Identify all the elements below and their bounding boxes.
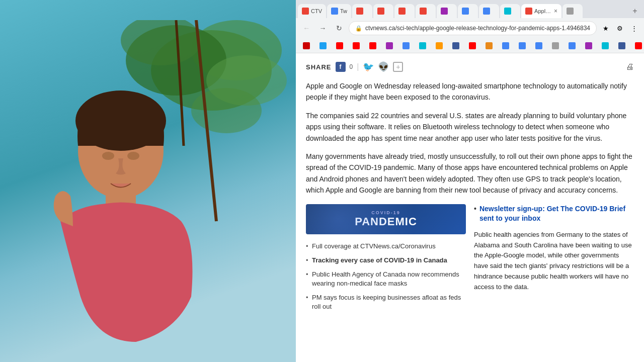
facebook-count: 0 — [350, 63, 353, 70]
tab-favicon-extra — [567, 8, 574, 15]
bookmark-8[interactable] — [416, 41, 431, 50]
bookmark-12[interactable] — [482, 41, 497, 50]
lock-icon: 🔒 — [355, 25, 362, 32]
bookmark-10[interactable] — [449, 41, 464, 50]
address-bar-url: ctvnews.ca/sci-tech/apple-google-release… — [365, 25, 590, 32]
bookmark-favicon-11 — [469, 42, 476, 49]
tab-label-active: Apple, Google re... — [534, 8, 552, 14]
bookmark-favicon-8 — [419, 42, 426, 49]
toolbar-icons: ★ ⚙ ⋮ — [600, 22, 640, 34]
bookmark-1[interactable] — [300, 41, 314, 50]
tab-favicon-5 — [398, 8, 406, 15]
pandemic-headline: PANDEMIC — [355, 215, 417, 228]
tab-label-2: Tw — [340, 8, 347, 14]
svg-point-8 — [102, 152, 114, 160]
covid-link-3[interactable]: Public Health Agency of Canada now recom… — [306, 267, 466, 291]
browser-tab-9[interactable] — [479, 4, 499, 18]
browser-tabs-bar: CTV Tw — [296, 0, 644, 18]
share-reddit-button[interactable]: 👽 — [378, 61, 389, 72]
bookmark-16[interactable] — [549, 41, 564, 50]
tab-favicon-9 — [483, 8, 490, 15]
share-twitter-button[interactable]: 🐦 — [363, 61, 374, 72]
tab-favicon-10 — [504, 8, 511, 15]
bookmark-14[interactable] — [516, 41, 530, 50]
bookmark-favicon-3 — [336, 42, 343, 49]
bookmark-6[interactable] — [383, 41, 397, 50]
bookmarks-bar — [296, 38, 644, 53]
bookmark-4[interactable] — [350, 41, 364, 50]
share-bar: SHARE f 0 | 🐦 👽 + 🖨 — [306, 61, 634, 72]
bookmark-2[interactable] — [316, 41, 331, 50]
print-button[interactable]: 🖨 — [626, 62, 634, 71]
bookmark-favicon-5 — [369, 42, 376, 49]
bookmark-9[interactable] — [433, 41, 447, 50]
browser-tab-4[interactable] — [373, 4, 393, 18]
bookmark-11[interactable] — [466, 41, 480, 50]
bookmark-star-button[interactable]: ★ — [600, 22, 612, 34]
bookmark-favicon-4 — [353, 42, 360, 49]
covid-link-3-text: Public Health Agency of Canada now recom… — [312, 270, 459, 287]
browser-tab-8[interactable] — [458, 4, 478, 18]
browser-tab-10[interactable] — [500, 4, 520, 18]
bookmark-20[interactable] — [615, 41, 630, 50]
covid-link-1[interactable]: Full coverage at CTVNews.ca/Coronavirus — [306, 239, 466, 253]
bookmark-favicon-6 — [386, 42, 393, 49]
browser-tab-2[interactable]: Tw — [327, 4, 351, 18]
newsletter-link-text: Newsletter sign-up: Get The COVID-19 Bri… — [479, 204, 634, 224]
tab-favicon-3 — [356, 8, 363, 15]
bookmark-favicon-16 — [552, 42, 559, 49]
share-more-button[interactable]: + — [393, 62, 403, 72]
browser-window: CTV Tw — [296, 0, 644, 362]
browser-tab-1[interactable]: CTV — [298, 4, 326, 18]
bookmark-13[interactable] — [499, 41, 514, 50]
share-facebook-button[interactable]: f — [336, 62, 346, 72]
tab-favicon-2 — [331, 8, 338, 15]
newsletter-link[interactable]: Newsletter sign-up: Get The COVID-19 Bri… — [474, 204, 634, 224]
bookmark-favicon-15 — [535, 42, 542, 49]
browser-tab-7[interactable] — [437, 4, 457, 18]
bookmark-21[interactable] — [632, 41, 644, 50]
bookmark-15[interactable] — [532, 41, 547, 50]
covid-link-2[interactable]: Tracking every case of COVID-19 in Canad… — [306, 253, 466, 267]
extensions-button[interactable]: ⚙ — [614, 22, 626, 34]
covid-link-4[interactable]: PM says focus is keeping businesses aflo… — [306, 291, 466, 314]
browser-tab-3[interactable] — [352, 4, 372, 18]
bookmark-7[interactable] — [399, 41, 414, 50]
bookmark-5[interactable] — [366, 41, 381, 50]
browser-toolbar: ← → ↻ 🔒 ctvnews.ca/sci-tech/apple-google… — [296, 18, 644, 38]
tab-favicon-8 — [462, 8, 469, 15]
article-paragraph-3: Many governments have already tried, mos… — [306, 151, 634, 196]
browser-tab-extra[interactable] — [562, 4, 583, 18]
svg-point-9 — [127, 152, 139, 160]
bookmark-favicon-21 — [635, 42, 642, 49]
bookmark-3[interactable] — [333, 41, 348, 50]
svg-point-5 — [191, 88, 262, 133]
browser-tab-6[interactable] — [416, 4, 436, 18]
browser-tab-5[interactable] — [394, 4, 415, 18]
article-paragraph-2: The companies said 22 countries and seve… — [306, 110, 634, 144]
address-bar[interactable]: 🔒 ctvnews.ca/sci-tech/apple-google-relea… — [349, 21, 597, 35]
new-tab-button[interactable]: + — [628, 4, 642, 18]
bookmark-favicon-20 — [618, 42, 625, 49]
tab-favicon-6 — [420, 8, 427, 15]
tab-close-icon[interactable]: × — [554, 8, 557, 15]
share-label: SHARE — [306, 63, 332, 71]
back-button[interactable]: ← — [300, 21, 313, 35]
bookmark-favicon-2 — [319, 42, 327, 49]
bookmark-17[interactable] — [566, 41, 580, 50]
forward-button[interactable]: → — [316, 21, 329, 35]
menu-button[interactable]: ⋮ — [628, 22, 640, 34]
tab-favicon-7 — [441, 8, 448, 15]
bookmark-favicon-1 — [303, 42, 310, 49]
tab-favicon-1 — [302, 8, 309, 15]
bookmark-favicon-19 — [602, 42, 609, 49]
bookmark-favicon-14 — [519, 42, 526, 49]
bookmark-18[interactable] — [582, 41, 597, 50]
share-divider: | — [357, 62, 359, 71]
tab-favicon-4 — [377, 8, 384, 15]
refresh-button[interactable]: ↻ — [333, 21, 346, 35]
bookmark-19[interactable] — [599, 41, 613, 50]
bookmark-favicon-13 — [502, 42, 509, 49]
browser-tab-active[interactable]: Apple, Google re... × — [521, 4, 561, 18]
covid-link-4-text: PM says focus is keeping businesses aflo… — [312, 294, 461, 310]
